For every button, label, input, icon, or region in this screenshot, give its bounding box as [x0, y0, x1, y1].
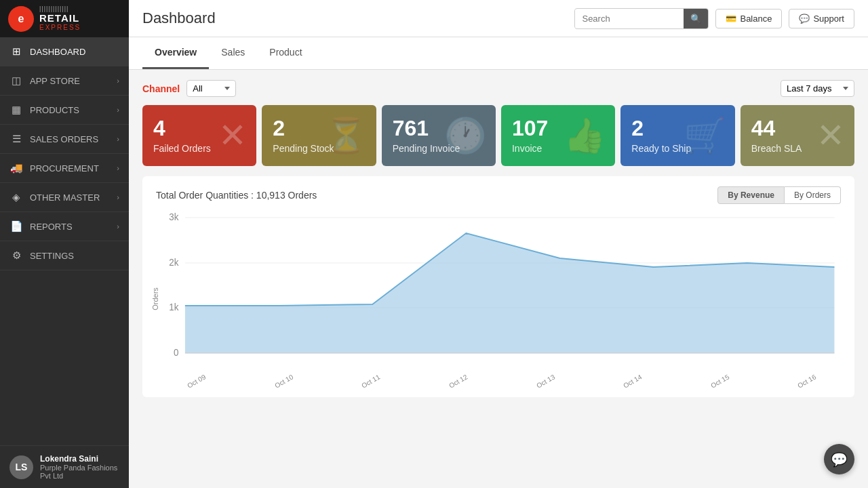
stat-card-pending-invoice[interactable]: 761 Pending Invoice 🕐 — [382, 105, 496, 166]
content-area: Channel All Online Offline Last 7 days L… — [129, 70, 868, 488]
page-title: Dashboard — [142, 9, 216, 27]
x-label-oct12: Oct 12 — [448, 373, 469, 389]
search-input[interactable] — [575, 9, 684, 28]
stat-card-failed-orders[interactable]: 4 Failed Orders ✕ — [142, 105, 256, 166]
chart-buttons: By Revenue By Orders — [717, 186, 841, 204]
balance-label: Balance — [740, 14, 772, 24]
date-select[interactable]: Last 7 days Last 30 days Last 90 days — [781, 80, 854, 97]
sidebar-item-left: ◫ APP STORE — [9, 75, 80, 87]
sidebar-item-left: ⚙ SETTINGS — [9, 249, 74, 262]
user-info: Lokendra Saini Purple Panda Fashions Pvt… — [40, 454, 119, 480]
tab-list: OverviewSalesProduct — [142, 37, 315, 69]
nav-icon-app-store: ◫ — [9, 75, 23, 87]
nav-icon-other-master: ◈ — [9, 191, 23, 203]
sidebar-item-left: ▦ PRODUCTS — [9, 104, 79, 116]
x-label-oct13: Oct 13 — [535, 373, 556, 389]
channel-filter: Channel All Online Offline — [142, 80, 236, 97]
sidebar-item-dashboard[interactable]: ⊞ DASHBOARD — [0, 37, 129, 66]
stat-icon: ✕ — [816, 116, 845, 155]
tab-overview[interactable]: Overview — [142, 37, 209, 69]
search-box: 🔍 — [574, 8, 709, 29]
sidebar-item-left: ☰ SALES ORDERS — [9, 133, 98, 145]
svg-text:1k: 1k — [169, 302, 178, 312]
x-label-oct14: Oct 14 — [622, 373, 643, 389]
by-orders-button[interactable]: By Orders — [785, 186, 841, 204]
stat-icon: ✕ — [218, 116, 247, 155]
x-axis-labels: Oct 09 Oct 10 Oct 11 Oct 12 Oct 13 Oct 1… — [156, 378, 841, 385]
stat-card-invoice[interactable]: 107 Invoice 👍 — [501, 105, 615, 166]
support-button[interactable]: 💬 Support — [789, 9, 854, 28]
balance-icon: 💳 — [726, 14, 736, 24]
balance-button[interactable]: 💳 Balance — [715, 9, 782, 28]
tab-sales[interactable]: Sales — [209, 37, 257, 69]
channel-label: Channel — [142, 83, 180, 94]
sidebar: e ||||||||||||| RETAIL EXPRESS ⊞ DASHBOA… — [0, 0, 129, 488]
chevron-icon: › — [117, 77, 119, 85]
nav-icon-settings: ⚙ — [9, 249, 23, 262]
chat-bubble[interactable]: 💬 — [824, 444, 854, 474]
sidebar-item-sales-orders[interactable]: ☰ SALES ORDERS › — [0, 125, 129, 154]
svg-text:2k: 2k — [169, 258, 178, 268]
sidebar-item-label: PROCUREMENT — [30, 163, 99, 174]
sidebar-item-label: PRODUCTS — [30, 105, 79, 115]
date-filter: Last 7 days Last 30 days Last 90 days — [781, 80, 854, 97]
x-label-oct15: Oct 15 — [709, 373, 730, 389]
sidebar-item-app-store[interactable]: ◫ APP STORE › — [0, 66, 129, 96]
chevron-icon: › — [117, 135, 119, 143]
chevron-icon: › — [117, 164, 119, 172]
tab-product[interactable]: Product — [257, 37, 314, 69]
chart-title: Total Order Quantities : 10,913 Orders — [156, 190, 317, 201]
logo-icon: e — [8, 6, 34, 32]
stat-card-ready-to-ship[interactable]: 2 Ready to Ship 🛒 — [620, 105, 734, 166]
chevron-icon: › — [117, 106, 119, 114]
chart-container: Orders 3k 2k 1k 0 — [156, 211, 841, 387]
stat-icon: 👍 — [564, 116, 606, 155]
sidebar-footer: LS Lokendra Saini Purple Panda Fashions … — [0, 445, 129, 488]
search-button[interactable]: 🔍 — [684, 9, 708, 28]
app-tagline: EXPRESS — [39, 24, 81, 31]
chart-svg: 3k 2k 1k 0 — [156, 211, 841, 373]
chevron-icon: › — [117, 222, 119, 230]
sidebar-item-reports[interactable]: 📄 REPORTS › — [0, 212, 129, 241]
sidebar-item-left: 📄 REPORTS — [9, 220, 73, 232]
chevron-icon: › — [117, 193, 119, 201]
top-actions: 🔍 💳 Balance 💬 Support — [574, 8, 854, 29]
sidebar-item-label: REPORTS — [30, 222, 73, 232]
sidebar-item-label: SALES ORDERS — [30, 134, 98, 144]
nav-menu: ⊞ DASHBOARD ◫ APP STORE › ▦ PRODUCTS › ☰… — [0, 37, 129, 270]
sidebar-item-left: ◈ OTHER MASTER — [9, 191, 100, 203]
chart-header: Total Order Quantities : 10,913 Orders B… — [156, 186, 841, 204]
sidebar-item-products[interactable]: ▦ PRODUCTS › — [0, 96, 129, 125]
stat-card-pending-stock[interactable]: 2 Pending Stock ⏳ — [262, 105, 376, 166]
user-company: Purple Panda Fashions Pvt Ltd — [40, 464, 119, 480]
tabs-bar: OverviewSalesProduct — [129, 37, 868, 70]
nav-icon-sales-orders: ☰ — [9, 133, 23, 145]
sidebar-item-label: OTHER MASTER — [30, 192, 100, 203]
chart-section: Total Order Quantities : 10,913 Orders B… — [142, 176, 854, 397]
avatar: LS — [9, 455, 33, 479]
svg-text:0: 0 — [174, 348, 179, 358]
top-bar: Dashboard 🔍 💳 Balance 💬 Support — [129, 0, 868, 37]
nav-icon-products: ▦ — [9, 104, 23, 116]
app-name: RETAIL — [39, 13, 81, 24]
by-revenue-button[interactable]: By Revenue — [717, 186, 785, 204]
sidebar-item-left: 🚚 PROCUREMENT — [9, 162, 99, 174]
stat-card-breach-sla[interactable]: 44 Breach SLA ✕ — [741, 105, 854, 166]
sidebar-item-label: APP STORE — [30, 76, 80, 86]
sidebar-item-label: SETTINGS — [30, 251, 74, 261]
logo-text: ||||||||||||| RETAIL EXPRESS — [39, 6, 81, 31]
support-icon: 💬 — [799, 14, 810, 24]
main-content: Dashboard 🔍 💳 Balance 💬 Support Overview… — [129, 0, 868, 488]
sidebar-item-procurement[interactable]: 🚚 PROCUREMENT › — [0, 154, 129, 183]
sidebar-item-settings[interactable]: ⚙ SETTINGS — [0, 241, 129, 270]
stats-row: 4 Failed Orders ✕ 2 Pending Stock ⏳ 761 … — [142, 105, 854, 166]
nav-icon-procurement: 🚚 — [9, 162, 23, 174]
svg-text:3k: 3k — [169, 212, 178, 222]
sidebar-item-other-master[interactable]: ◈ OTHER MASTER › — [0, 183, 129, 212]
filter-row: Channel All Online Offline Last 7 days L… — [142, 80, 854, 97]
logo: e ||||||||||||| RETAIL EXPRESS — [0, 0, 129, 37]
sidebar-item-left: ⊞ DASHBOARD — [9, 45, 85, 58]
nav-icon-dashboard: ⊞ — [9, 45, 23, 58]
sidebar-item-label: DASHBOARD — [30, 47, 85, 57]
channel-select[interactable]: All Online Offline — [186, 80, 236, 97]
